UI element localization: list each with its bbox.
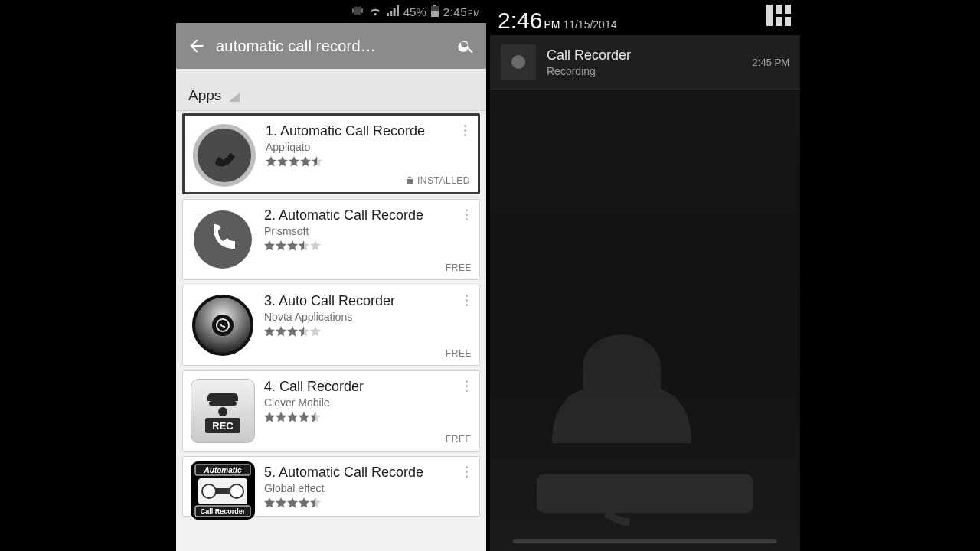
app-title: 5. Automatic Call Recorde [264,465,458,481]
panel-date: 11/15/2014 [563,18,616,31]
rating-stars [264,240,458,251]
app-developer: Global effect [264,482,458,494]
notification-subtitle: Recording [547,65,753,77]
svg-rect-21 [537,474,754,513]
battery-icon [431,5,439,19]
result-item[interactable]: Automatic Call Recorder 5. Automatic Cal… [182,456,480,517]
app-icon [192,123,256,187]
panel-ampm: PM [544,18,560,31]
app-title: 3. Auto Call Recorder [264,293,458,309]
notification-time: 2:45 PM [753,57,789,68]
overflow-icon[interactable] [459,465,473,478]
search-bar: automatic call record… [176,23,486,69]
status-time: 2:45PM [443,5,480,18]
svg-text:Automatic: Automatic [204,466,242,474]
svg-point-10 [218,407,227,416]
dropdown-triangle-icon[interactable] [229,93,240,102]
app-developer: Novta Applications [264,311,458,323]
installed-icon [405,176,414,185]
svg-rect-2 [433,5,436,6]
panel-handle[interactable] [513,539,777,543]
rating-stars [264,497,458,508]
app-title: 4. Call Recorder [264,379,458,395]
svg-point-5 [194,210,252,269]
search-results: 1. Automatic Call Recorde Appliqato INST… [176,113,486,517]
svg-point-16 [202,484,216,498]
result-item[interactable]: REC 4. Call Recorder Clever Mobile FREE [182,370,480,452]
notification-panel-screen: 2:46 PM 11/15/2014 Call Recorder Recordi… [490,0,800,551]
wifi-icon [368,5,382,18]
status-bar: 45% 2:45PM [176,0,486,23]
overflow-icon[interactable] [459,379,473,393]
app-developer: Prismsoft [264,225,458,237]
app-developer: Appliqato [266,141,456,153]
notification-title: Call Recorder [547,47,753,64]
notification-item[interactable]: Call Recorder Recording 2:45 PM [490,35,800,90]
record-icon [501,44,536,80]
price-label: INSTALLED [405,175,470,186]
svg-point-7 [212,315,234,336]
app-title: 2. Automatic Call Recorde [264,207,458,223]
play-store-screen: 45% 2:45PM automatic call record… Apps [176,0,486,551]
notification-body: Call Recorder Recording 2:45 PM [490,35,800,551]
app-developer: Clever Mobile [264,396,458,409]
rating-stars [264,412,458,422]
price-label: FREE [446,262,472,273]
overflow-icon[interactable] [459,293,473,307]
app-icon: Automatic Call Recorder [191,461,255,520]
app-icon: REC [191,379,255,443]
overflow-icon[interactable] [459,207,473,221]
result-item[interactable]: 1. Automatic Call Recorde Appliqato INST… [182,113,480,194]
back-arrow-icon[interactable] [187,36,207,56]
battery-percent: 45% [403,5,426,18]
background-silhouette [490,319,800,551]
svg-rect-18 [215,488,230,494]
result-item[interactable]: 2. Automatic Call Recorde Prismsoft FREE [182,199,480,280]
signal-icon [387,5,399,18]
svg-text:REC: REC [212,420,234,432]
rating-stars [266,156,456,167]
rating-stars [264,326,458,337]
quick-settings-icon[interactable] [766,5,792,31]
app-icon [191,293,255,357]
panel-time: 2:46 [498,8,542,34]
search-icon[interactable] [457,37,475,55]
result-item[interactable]: 3. Auto Call Recorder Novta Applications… [182,285,480,366]
notification-header: 2:46 PM 11/15/2014 [490,0,800,35]
search-input[interactable]: automatic call record… [207,37,457,55]
svg-rect-9 [209,401,237,406]
svg-rect-1 [431,11,439,17]
price-label: FREE [446,348,472,359]
svg-point-17 [230,484,243,498]
vibrate-icon [351,5,364,19]
overflow-icon[interactable] [458,123,472,137]
tab-apps[interactable]: Apps [188,87,221,104]
tab-bar: Apps [176,69,486,111]
price-label: FREE [446,434,472,445]
svg-text:Call Recorder: Call Recorder [201,507,246,515]
app-title: 1. Automatic Call Recorde [266,123,456,139]
app-icon [191,207,255,272]
